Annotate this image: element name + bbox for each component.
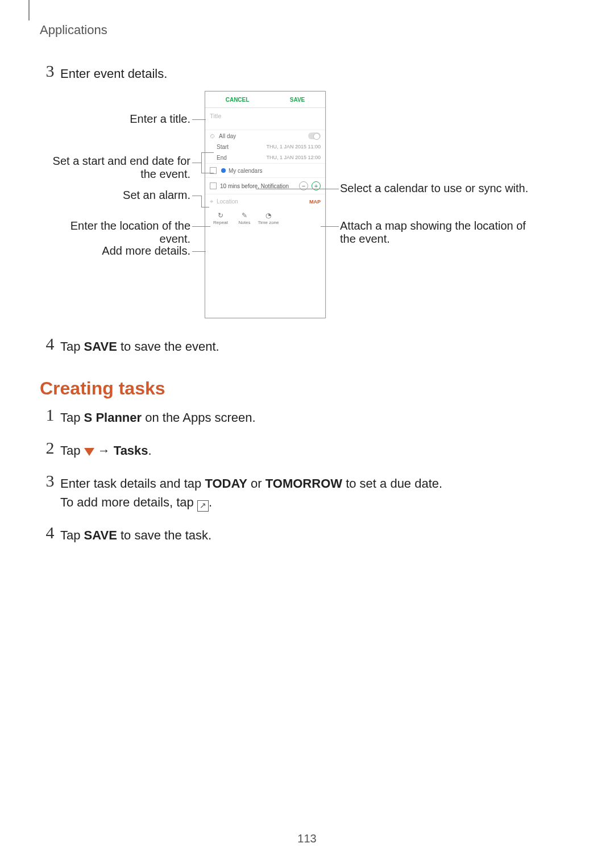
end-value: THU, 1 JAN 2015 12:00 [266, 155, 321, 161]
repeat-icon: ↻ [209, 211, 233, 220]
callout-dates: Set a start and end date for the event. [40, 155, 190, 181]
allday-label: All day [219, 133, 236, 139]
allday-toggle[interactable] [308, 132, 321, 139]
timezone-label: Time zone [256, 220, 280, 225]
step-3: 3 Enter event details. [40, 63, 167, 83]
t3-l2-pre: To add more details, tap [60, 495, 197, 509]
task-step-3-number: 3 [40, 472, 60, 489]
step-4-text: Tap SAVE to save the event. [60, 335, 219, 356]
t2-pre: Tap [60, 443, 84, 458]
t1-bold: S Planner [84, 410, 142, 425]
step-3-text: Enter event details. [60, 63, 167, 83]
t4-pre: Tap [60, 528, 84, 542]
lead-calendar [256, 189, 339, 189]
section-creating-tasks: Creating tasks [40, 378, 165, 399]
calendar-row[interactable]: My calendars [205, 163, 325, 177]
lead-title [192, 119, 206, 120]
lead-alarm-h [192, 196, 201, 196]
task-steps: 1 Tap S Planner on the Apps screen. 2 Ta… [40, 406, 551, 557]
t2-arrow: → [94, 443, 114, 458]
dropdown-triangle-icon [84, 448, 94, 456]
step-3-number: 3 [40, 63, 60, 80]
t3-l1-post: to set a due date. [342, 476, 442, 491]
lead-dates-t2 [201, 173, 214, 173]
lead-alarm-t [201, 207, 209, 207]
allday-row[interactable]: ⏲ All day [205, 130, 325, 142]
phone-mock: CANCEL SAVE Title ⏲ All day Start THU, 1… [205, 91, 326, 318]
location-placeholder: Location [217, 198, 238, 205]
t3-l1-b2: TOMORROW [265, 476, 342, 491]
start-label: Start [217, 144, 229, 150]
t3-l2-post: . [209, 495, 212, 509]
step-4-pre: Tap [60, 339, 84, 354]
alarm-check-icon [210, 182, 217, 189]
alarm-text: 10 mins before, Notification [220, 183, 289, 189]
task-step-3: 3 Enter task details and tap TODAY or TO… [40, 472, 551, 512]
task-step-2: 2 Tap → Tasks. [40, 439, 551, 460]
callout-title: Enter a title. [40, 113, 190, 126]
expand-icon: ↗ [197, 500, 209, 512]
timezone-button[interactable]: ◔ Time zone [256, 211, 280, 225]
t3-l1-pre: Enter task details and tap [60, 476, 205, 491]
lead-map [321, 226, 339, 227]
callout-alarm: Set an alarm. [40, 189, 190, 202]
callout-map: Attach a map showing the location of the… [340, 219, 539, 246]
task-step-1-text: Tap S Planner on the Apps screen. [60, 406, 256, 427]
t1-pre: Tap [60, 410, 84, 425]
notes-button[interactable]: ✎ Notes [233, 211, 256, 225]
task-step-3-text: Enter task details and tap TODAY or TOMO… [60, 472, 442, 512]
step-4-post: to save the event. [117, 339, 219, 354]
t2-bold: Tasks [114, 443, 148, 458]
clock-icon: ⏲ [210, 133, 215, 139]
cancel-button[interactable]: CANCEL [226, 97, 250, 103]
t2-post: . [148, 443, 152, 458]
phone-topbar: CANCEL SAVE [205, 92, 325, 108]
t4-post: to save the task. [117, 528, 211, 542]
step-4-number: 4 [40, 335, 60, 352]
lead-dates-t1 [201, 152, 214, 153]
page-header: Applications [40, 23, 107, 38]
t4-bold: SAVE [84, 528, 117, 542]
start-value: THU, 1 JAN 2015 11:00 [266, 144, 321, 150]
task-step-4-text: Tap SAVE to save the task. [60, 524, 211, 545]
callout-more: Add more details. [40, 244, 190, 258]
task-step-1: 1 Tap S Planner on the Apps screen. [40, 406, 551, 427]
alarm-row[interactable]: 10 mins before, Notification − + [205, 177, 325, 194]
map-button[interactable]: MAP [309, 199, 321, 205]
notes-label: Notes [233, 220, 256, 225]
lead-more [192, 251, 206, 252]
event-figure: CANCEL SAVE Title ⏲ All day Start THU, 1… [40, 91, 574, 324]
header-accent [28, 0, 30, 20]
step-4: 4 Tap SAVE to save the event. [40, 335, 219, 356]
title-field[interactable]: Title [205, 108, 325, 130]
end-row[interactable]: End THU, 1 JAN 2015 12:00 [205, 152, 325, 163]
lead-alarm-v [201, 196, 202, 207]
callout-location: Enter the location of the event. [40, 219, 190, 246]
lead-location [192, 226, 210, 227]
task-step-2-text: Tap → Tasks. [60, 439, 152, 460]
page-number: 113 [0, 832, 614, 845]
notes-icon: ✎ [233, 211, 256, 220]
start-row[interactable]: Start THU, 1 JAN 2015 11:00 [205, 142, 325, 152]
t1-post: on the Apps screen. [142, 410, 256, 425]
t3-l1-mid: or [247, 476, 265, 491]
lead-dates-v [201, 152, 202, 173]
task-step-4-number: 4 [40, 524, 60, 541]
repeat-button[interactable]: ↻ Repeat [209, 211, 233, 225]
task-step-1-number: 1 [40, 406, 60, 423]
calendar-dot-icon [221, 168, 226, 173]
location-row[interactable]: ⌖ Location MAP [205, 194, 325, 209]
timezone-icon: ◔ [256, 211, 280, 220]
save-button[interactable]: SAVE [290, 97, 305, 103]
more-actions-row: ↻ Repeat ✎ Notes ◔ Time zone [205, 209, 325, 227]
repeat-label: Repeat [209, 220, 233, 225]
end-label: End [217, 155, 227, 161]
calendar-label: My calendars [229, 168, 262, 174]
task-step-2-number: 2 [40, 439, 60, 456]
callout-calendar: Select a calendar to use or sync with. [340, 182, 539, 195]
t3-l1-b1: TODAY [205, 476, 247, 491]
task-step-4: 4 Tap SAVE to save the task. [40, 524, 551, 545]
lead-dates-h [192, 163, 201, 163]
location-pin-icon: ⌖ [210, 198, 213, 205]
step-4-bold: SAVE [84, 339, 117, 354]
